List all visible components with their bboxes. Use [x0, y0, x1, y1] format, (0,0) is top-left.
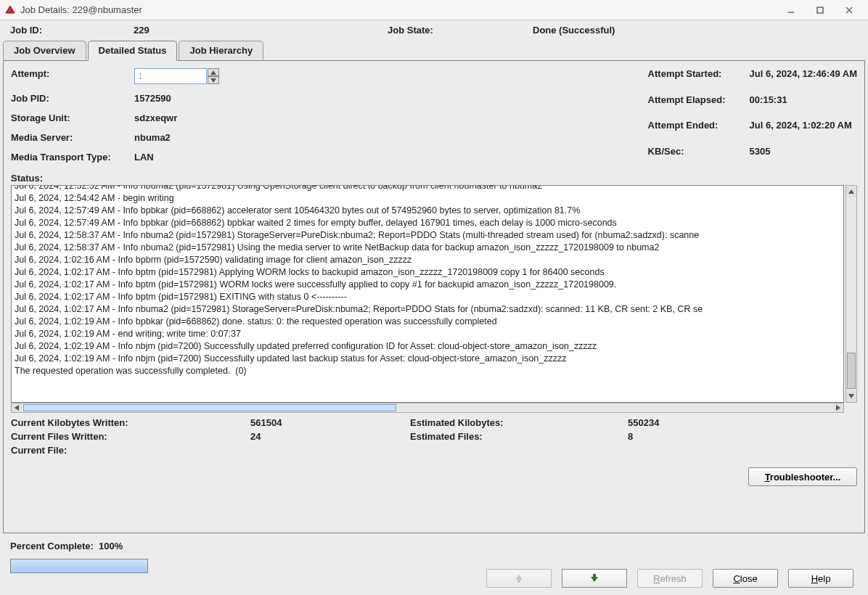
scroll-thumb-h[interactable]: [23, 404, 396, 411]
jobstate-label: Job State:: [388, 25, 533, 36]
cf-value: [250, 445, 410, 456]
svg-rect-1: [817, 7, 823, 13]
attempt-spin-up[interactable]: [208, 68, 219, 76]
log-horizontal-scrollbar[interactable]: [11, 403, 844, 413]
close-button[interactable]: Close: [713, 569, 778, 588]
ef-value: 8: [628, 431, 857, 442]
ended-value: Jul 6, 2024, 1:02:20 AM: [750, 120, 857, 137]
kbs-value: 5305: [750, 146, 857, 163]
stunit-label: Storage Unit:: [11, 112, 134, 123]
elapsed-label: Attempt Elapsed:: [648, 94, 750, 112]
elapsed-value: 00:15:31: [750, 94, 857, 112]
arrow-up-icon: [514, 574, 524, 583]
next-job-button[interactable]: [562, 569, 627, 588]
summary-row: Job ID: 229 Job State: Done (Successful): [0, 20, 868, 40]
ckw-value: 561504: [250, 417, 410, 428]
ef-label: Estimated Files:: [410, 431, 628, 442]
mserver-value: nbuma2: [134, 132, 294, 143]
attempt-input[interactable]: [134, 68, 207, 84]
minimize-button[interactable]: [777, 1, 806, 19]
jobid-value: 229: [134, 25, 388, 36]
ekb-value: 550234: [628, 417, 857, 428]
ekb-label: Estimated Kilobytes:: [410, 417, 628, 428]
ckw-label: Current Kilobytes Written:: [11, 417, 250, 428]
window-title: Job Details: 229@nbumaster: [20, 4, 777, 15]
log-vertical-scrollbar[interactable]: [846, 185, 857, 403]
titlebar: Job Details: 229@nbumaster: [0, 0, 868, 20]
scroll-up-icon[interactable]: [846, 186, 856, 197]
kbs-label: KB/Sec:: [648, 146, 750, 163]
started-value: Jul 6, 2024, 12:46:49 AM: [750, 68, 857, 86]
footer: Percent Complete: 100%: [0, 533, 868, 573]
mserver-label: Media Server:: [11, 132, 134, 143]
app-icon: [4, 4, 16, 16]
scroll-left-icon[interactable]: [12, 403, 22, 412]
tab-hierarchy[interactable]: Job Hierarchy: [179, 41, 263, 61]
attempt-label: Attempt:: [11, 68, 134, 84]
mtt-value: LAN: [134, 152, 294, 163]
scroll-thumb[interactable]: [847, 353, 856, 389]
scroll-right-icon[interactable]: [833, 403, 843, 412]
close-window-button[interactable]: [835, 1, 864, 19]
maximize-button[interactable]: [806, 1, 835, 19]
cfw-label: Current Files Written:: [11, 431, 250, 442]
prev-job-button[interactable]: [486, 569, 552, 588]
percent-value: 100%: [99, 541, 123, 551]
scroll-down-icon[interactable]: [846, 390, 856, 402]
progress-bar: [10, 559, 148, 573]
cf-label: Current File:: [11, 445, 250, 456]
pid-label: Job PID:: [11, 93, 134, 104]
tab-overview[interactable]: Job Overview: [3, 41, 86, 61]
troubleshooter-button[interactable]: Troubleshooter...: [748, 467, 857, 486]
ended-label: Attempt Ended:: [648, 120, 750, 137]
status-label: Status:: [11, 173, 857, 184]
attempt-spin-down[interactable]: [208, 76, 219, 84]
stunit-value: sdzxeqwr: [134, 112, 294, 123]
help-button[interactable]: Help: [788, 569, 853, 588]
cfw-value: 24: [250, 431, 410, 442]
refresh-button[interactable]: Refresh: [637, 569, 703, 588]
tab-body: Attempt: Job PID: 1572590 Storage Unit: …: [3, 60, 865, 533]
tab-detailed-status[interactable]: Detailed Status: [88, 41, 178, 61]
jobid-label: Job ID:: [10, 25, 134, 36]
pid-value: 1572590: [134, 93, 294, 104]
started-label: Attempt Started:: [648, 68, 750, 86]
jobstate-value: Done (Successful): [533, 25, 787, 36]
arrow-down-icon: [589, 574, 599, 583]
tabs: Job Overview Detailed Status Job Hierarc…: [3, 40, 865, 60]
status-log[interactable]: Jul 6, 2024, 12:52:52 AM - Info nbuma2 (…: [11, 185, 844, 403]
percent-label: Percent Complete:: [10, 541, 94, 551]
mtt-label: Media Transport Type:: [11, 152, 134, 163]
